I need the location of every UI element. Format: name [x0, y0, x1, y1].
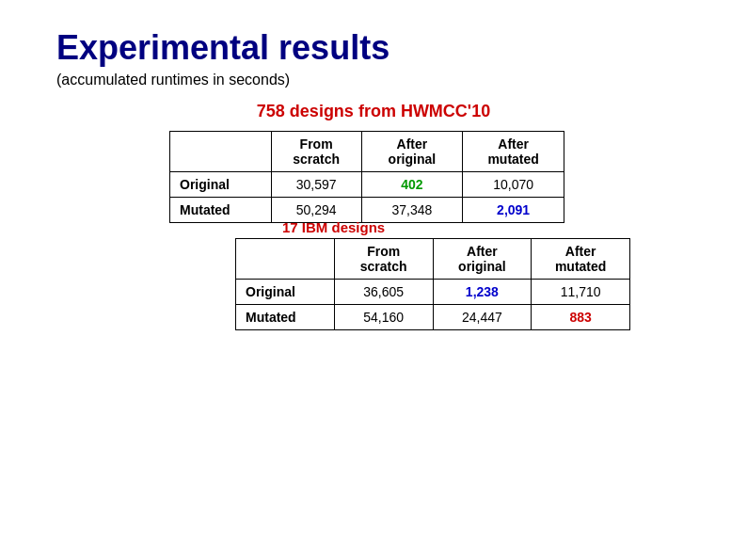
bot-header-from-scratch: From scratch [334, 239, 433, 280]
top-label-original: Original [170, 172, 272, 198]
subtitle: (accumulated runtimes in seconds) [56, 72, 691, 88]
page-title: Experimental results [56, 28, 691, 68]
bot-header-after-mutated: After mutated [532, 239, 630, 280]
bot-header-after-original: After original [433, 239, 532, 280]
ibm-designs-label: 17 IBM designs [282, 219, 385, 235]
top-header-empty [170, 132, 272, 172]
bot-original-after-mutated: 11,710 [532, 280, 630, 305]
top-table: From scratch After original After mutate… [169, 131, 564, 223]
bot-row-mutated: Mutated 54,160 24,447 883 [236, 305, 630, 330]
bot-header-empty [236, 239, 335, 280]
top-mutated-after-mutated: 2,091 [463, 198, 564, 223]
bottom-table: From scratch After original After mutate… [235, 238, 630, 330]
top-header-from-scratch: From scratch [271, 132, 361, 172]
top-header-after-mutated: After mutated [463, 132, 564, 172]
top-row-original: Original 30,597 402 10,070 [170, 172, 564, 198]
page: Experimental results (accumulated runtim… [0, 0, 747, 560]
bot-label-original: Original [236, 280, 335, 305]
bot-label-mutated: Mutated [236, 305, 335, 330]
section-title: 758 designs from HWMCC'10 [56, 102, 691, 121]
top-original-after-original: 402 [361, 172, 463, 198]
bot-row-original: Original 36,605 1,238 11,710 [236, 280, 630, 305]
bot-original-after-original: 1,238 [433, 280, 532, 305]
bot-original-from-scratch: 36,605 [334, 280, 433, 305]
bot-mutated-from-scratch: 54,160 [334, 305, 433, 330]
bot-mutated-after-original: 24,447 [433, 305, 532, 330]
bot-mutated-after-mutated: 883 [532, 305, 630, 330]
top-header-after-original: After original [361, 132, 463, 172]
top-original-from-scratch: 30,597 [271, 172, 361, 198]
top-label-mutated: Mutated [170, 198, 272, 223]
top-original-after-mutated: 10,070 [463, 172, 564, 198]
